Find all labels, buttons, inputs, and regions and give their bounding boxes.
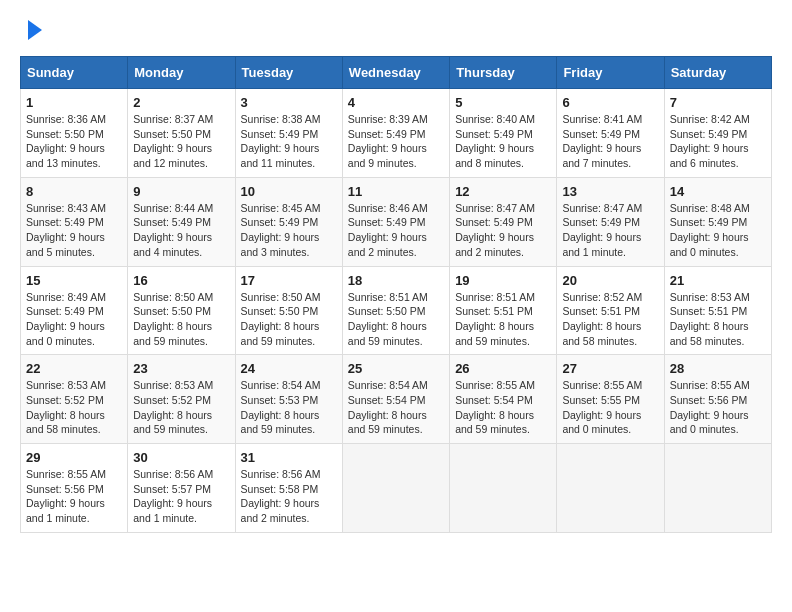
calendar-cell: 20Sunrise: 8:52 AMSunset: 5:51 PMDayligh…	[557, 266, 664, 355]
calendar-cell: 7Sunrise: 8:42 AMSunset: 5:49 PMDaylight…	[664, 89, 771, 178]
day-detail: Sunrise: 8:56 AMSunset: 5:58 PMDaylight:…	[241, 467, 337, 526]
day-number: 10	[241, 184, 337, 199]
day-detail: Sunrise: 8:50 AMSunset: 5:50 PMDaylight:…	[241, 290, 337, 349]
day-detail: Sunrise: 8:51 AMSunset: 5:51 PMDaylight:…	[455, 290, 551, 349]
calendar-cell: 26Sunrise: 8:55 AMSunset: 5:54 PMDayligh…	[450, 355, 557, 444]
calendar-cell: 18Sunrise: 8:51 AMSunset: 5:50 PMDayligh…	[342, 266, 449, 355]
day-detail: Sunrise: 8:39 AMSunset: 5:49 PMDaylight:…	[348, 112, 444, 171]
day-detail: Sunrise: 8:43 AMSunset: 5:49 PMDaylight:…	[26, 201, 122, 260]
calendar-cell	[450, 444, 557, 533]
calendar-week-row: 22Sunrise: 8:53 AMSunset: 5:52 PMDayligh…	[21, 355, 772, 444]
day-number: 29	[26, 450, 122, 465]
calendar-week-row: 8Sunrise: 8:43 AMSunset: 5:49 PMDaylight…	[21, 177, 772, 266]
calendar-cell	[342, 444, 449, 533]
day-number: 17	[241, 273, 337, 288]
day-detail: Sunrise: 8:42 AMSunset: 5:49 PMDaylight:…	[670, 112, 766, 171]
day-number: 4	[348, 95, 444, 110]
calendar-week-row: 15Sunrise: 8:49 AMSunset: 5:49 PMDayligh…	[21, 266, 772, 355]
logo-arrow-icon	[28, 20, 42, 40]
day-number: 24	[241, 361, 337, 376]
day-number: 5	[455, 95, 551, 110]
day-number: 31	[241, 450, 337, 465]
day-detail: Sunrise: 8:36 AMSunset: 5:50 PMDaylight:…	[26, 112, 122, 171]
calendar-table: SundayMondayTuesdayWednesdayThursdayFrid…	[20, 56, 772, 533]
calendar-cell: 22Sunrise: 8:53 AMSunset: 5:52 PMDayligh…	[21, 355, 128, 444]
day-number: 14	[670, 184, 766, 199]
day-detail: Sunrise: 8:44 AMSunset: 5:49 PMDaylight:…	[133, 201, 229, 260]
calendar-cell: 31Sunrise: 8:56 AMSunset: 5:58 PMDayligh…	[235, 444, 342, 533]
calendar-cell: 12Sunrise: 8:47 AMSunset: 5:49 PMDayligh…	[450, 177, 557, 266]
weekday-header: Wednesday	[342, 57, 449, 89]
day-number: 7	[670, 95, 766, 110]
day-detail: Sunrise: 8:56 AMSunset: 5:57 PMDaylight:…	[133, 467, 229, 526]
day-detail: Sunrise: 8:53 AMSunset: 5:52 PMDaylight:…	[26, 378, 122, 437]
day-number: 1	[26, 95, 122, 110]
calendar-cell: 23Sunrise: 8:53 AMSunset: 5:52 PMDayligh…	[128, 355, 235, 444]
calendar-cell: 17Sunrise: 8:50 AMSunset: 5:50 PMDayligh…	[235, 266, 342, 355]
weekday-header: Monday	[128, 57, 235, 89]
weekday-header: Sunday	[21, 57, 128, 89]
day-detail: Sunrise: 8:55 AMSunset: 5:54 PMDaylight:…	[455, 378, 551, 437]
calendar-header-row: SundayMondayTuesdayWednesdayThursdayFrid…	[21, 57, 772, 89]
calendar-cell	[664, 444, 771, 533]
calendar-cell: 8Sunrise: 8:43 AMSunset: 5:49 PMDaylight…	[21, 177, 128, 266]
day-detail: Sunrise: 8:55 AMSunset: 5:56 PMDaylight:…	[26, 467, 122, 526]
calendar-cell: 3Sunrise: 8:38 AMSunset: 5:49 PMDaylight…	[235, 89, 342, 178]
day-detail: Sunrise: 8:53 AMSunset: 5:51 PMDaylight:…	[670, 290, 766, 349]
calendar-cell: 25Sunrise: 8:54 AMSunset: 5:54 PMDayligh…	[342, 355, 449, 444]
day-number: 12	[455, 184, 551, 199]
calendar-cell	[557, 444, 664, 533]
day-detail: Sunrise: 8:46 AMSunset: 5:49 PMDaylight:…	[348, 201, 444, 260]
day-number: 15	[26, 273, 122, 288]
weekday-header: Tuesday	[235, 57, 342, 89]
day-detail: Sunrise: 8:55 AMSunset: 5:55 PMDaylight:…	[562, 378, 658, 437]
day-detail: Sunrise: 8:48 AMSunset: 5:49 PMDaylight:…	[670, 201, 766, 260]
day-detail: Sunrise: 8:54 AMSunset: 5:54 PMDaylight:…	[348, 378, 444, 437]
calendar-cell: 9Sunrise: 8:44 AMSunset: 5:49 PMDaylight…	[128, 177, 235, 266]
calendar-week-row: 1Sunrise: 8:36 AMSunset: 5:50 PMDaylight…	[21, 89, 772, 178]
day-detail: Sunrise: 8:52 AMSunset: 5:51 PMDaylight:…	[562, 290, 658, 349]
calendar-cell: 11Sunrise: 8:46 AMSunset: 5:49 PMDayligh…	[342, 177, 449, 266]
day-number: 27	[562, 361, 658, 376]
day-detail: Sunrise: 8:55 AMSunset: 5:56 PMDaylight:…	[670, 378, 766, 437]
day-detail: Sunrise: 8:38 AMSunset: 5:49 PMDaylight:…	[241, 112, 337, 171]
calendar-cell: 5Sunrise: 8:40 AMSunset: 5:49 PMDaylight…	[450, 89, 557, 178]
day-number: 19	[455, 273, 551, 288]
day-number: 30	[133, 450, 229, 465]
day-detail: Sunrise: 8:47 AMSunset: 5:49 PMDaylight:…	[562, 201, 658, 260]
day-detail: Sunrise: 8:51 AMSunset: 5:50 PMDaylight:…	[348, 290, 444, 349]
page-header	[20, 20, 772, 40]
calendar-cell: 30Sunrise: 8:56 AMSunset: 5:57 PMDayligh…	[128, 444, 235, 533]
calendar-cell: 4Sunrise: 8:39 AMSunset: 5:49 PMDaylight…	[342, 89, 449, 178]
day-number: 6	[562, 95, 658, 110]
weekday-header: Friday	[557, 57, 664, 89]
calendar-cell: 29Sunrise: 8:55 AMSunset: 5:56 PMDayligh…	[21, 444, 128, 533]
calendar-week-row: 29Sunrise: 8:55 AMSunset: 5:56 PMDayligh…	[21, 444, 772, 533]
day-number: 11	[348, 184, 444, 199]
calendar-cell: 27Sunrise: 8:55 AMSunset: 5:55 PMDayligh…	[557, 355, 664, 444]
calendar-cell: 16Sunrise: 8:50 AMSunset: 5:50 PMDayligh…	[128, 266, 235, 355]
day-detail: Sunrise: 8:41 AMSunset: 5:49 PMDaylight:…	[562, 112, 658, 171]
calendar-cell: 15Sunrise: 8:49 AMSunset: 5:49 PMDayligh…	[21, 266, 128, 355]
day-number: 26	[455, 361, 551, 376]
day-detail: Sunrise: 8:47 AMSunset: 5:49 PMDaylight:…	[455, 201, 551, 260]
calendar-cell: 19Sunrise: 8:51 AMSunset: 5:51 PMDayligh…	[450, 266, 557, 355]
day-number: 8	[26, 184, 122, 199]
day-detail: Sunrise: 8:40 AMSunset: 5:49 PMDaylight:…	[455, 112, 551, 171]
day-number: 9	[133, 184, 229, 199]
weekday-header: Saturday	[664, 57, 771, 89]
calendar-cell: 21Sunrise: 8:53 AMSunset: 5:51 PMDayligh…	[664, 266, 771, 355]
calendar-cell: 1Sunrise: 8:36 AMSunset: 5:50 PMDaylight…	[21, 89, 128, 178]
day-number: 22	[26, 361, 122, 376]
day-detail: Sunrise: 8:45 AMSunset: 5:49 PMDaylight:…	[241, 201, 337, 260]
calendar-cell: 13Sunrise: 8:47 AMSunset: 5:49 PMDayligh…	[557, 177, 664, 266]
day-number: 16	[133, 273, 229, 288]
day-detail: Sunrise: 8:37 AMSunset: 5:50 PMDaylight:…	[133, 112, 229, 171]
day-number: 2	[133, 95, 229, 110]
calendar-cell: 14Sunrise: 8:48 AMSunset: 5:49 PMDayligh…	[664, 177, 771, 266]
day-detail: Sunrise: 8:54 AMSunset: 5:53 PMDaylight:…	[241, 378, 337, 437]
calendar-cell: 10Sunrise: 8:45 AMSunset: 5:49 PMDayligh…	[235, 177, 342, 266]
day-number: 28	[670, 361, 766, 376]
calendar-cell: 2Sunrise: 8:37 AMSunset: 5:50 PMDaylight…	[128, 89, 235, 178]
day-number: 13	[562, 184, 658, 199]
